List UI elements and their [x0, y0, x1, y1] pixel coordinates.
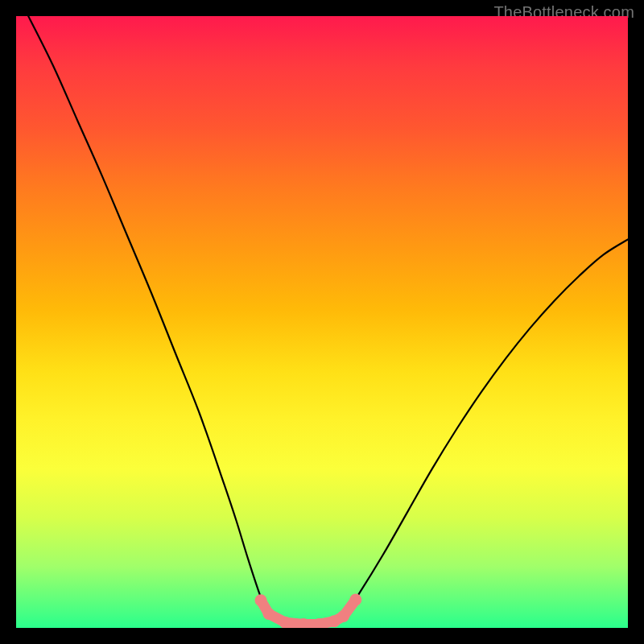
right-marker-1: [337, 610, 349, 622]
series-left-curve: [28, 16, 270, 619]
left-marker-1: [255, 594, 267, 606]
left-marker-2: [262, 608, 275, 620]
series-right-curve: [344, 239, 628, 617]
valley-marker-1: [279, 617, 291, 628]
chart-frame: TheBottleneck.com: [0, 0, 644, 644]
right-marker-2: [349, 594, 361, 606]
chart-svg: [16, 16, 628, 628]
plot-area: [16, 16, 628, 628]
